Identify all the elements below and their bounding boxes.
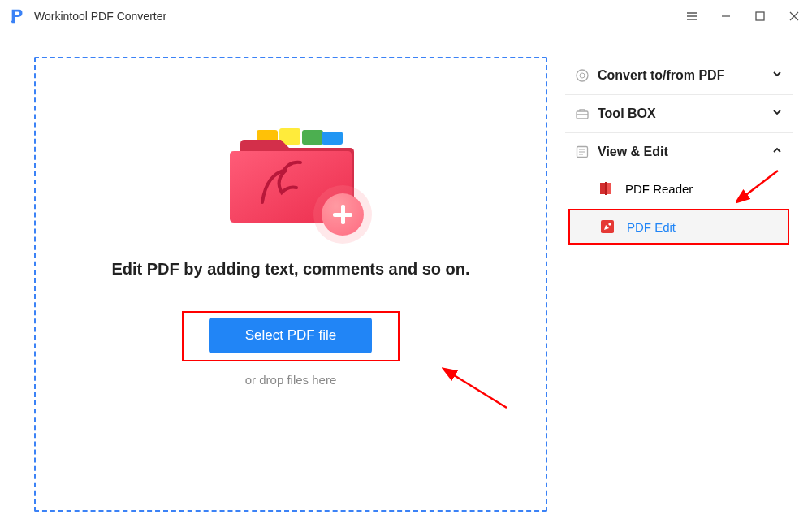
plus-icon <box>322 193 364 236</box>
sidebar: Convert to/from PDF Tool BOX <box>565 57 793 512</box>
accordion-toolbox[interactable]: Tool BOX <box>565 95 793 132</box>
submenu-pdf-reader[interactable]: PDF Reader <box>565 171 793 206</box>
maximize-icon[interactable] <box>750 6 770 26</box>
svg-rect-9 <box>605 182 607 195</box>
svg-rect-4 <box>322 132 343 145</box>
hamburger-menu-icon[interactable] <box>682 6 702 26</box>
annotation-arrow-icon <box>442 367 515 416</box>
folder-illustration-icon <box>226 125 356 231</box>
convert-icon <box>575 68 590 83</box>
close-icon[interactable] <box>784 6 804 26</box>
minimize-icon[interactable] <box>716 6 736 26</box>
dropzone-heading: Edit PDF by adding text, comments and so… <box>111 260 469 279</box>
submenu-label: PDF Reader <box>625 182 693 196</box>
app-logo-icon <box>8 6 28 26</box>
window-controls <box>682 6 804 26</box>
titlebar: Workintool PDF Converter <box>0 0 812 32</box>
drop-hint-text: or drop files here <box>245 373 337 387</box>
svg-line-5 <box>451 374 507 408</box>
accordion-label: Tool BOX <box>598 106 763 121</box>
submenu-pdf-edit[interactable]: PDF Edit <box>568 209 789 245</box>
pdf-reader-icon <box>598 180 614 197</box>
select-pdf-button[interactable]: Select PDF file <box>209 318 372 353</box>
file-dropzone[interactable]: Edit PDF by adding text, comments and so… <box>34 57 547 512</box>
chevron-up-icon <box>771 145 783 159</box>
pdf-edit-icon <box>599 219 615 235</box>
svg-point-6 <box>577 70 588 81</box>
accordion-view-edit[interactable]: View & Edit <box>565 133 793 171</box>
toolbox-icon <box>575 106 590 121</box>
svg-rect-3 <box>302 130 323 145</box>
view-edit-icon <box>575 145 590 159</box>
chevron-down-icon <box>771 106 783 121</box>
submenu-label: PDF Edit <box>627 220 676 234</box>
svg-rect-0 <box>756 12 764 20</box>
chevron-down-icon <box>771 68 783 83</box>
accordion-convert[interactable]: Convert to/from PDF <box>565 57 793 94</box>
app-title: Workintool PDF Converter <box>34 10 682 23</box>
accordion-label: View & Edit <box>598 145 763 159</box>
annotation-highlight-select-button: Select PDF file <box>182 311 400 361</box>
accordion-label: Convert to/from PDF <box>598 68 763 83</box>
